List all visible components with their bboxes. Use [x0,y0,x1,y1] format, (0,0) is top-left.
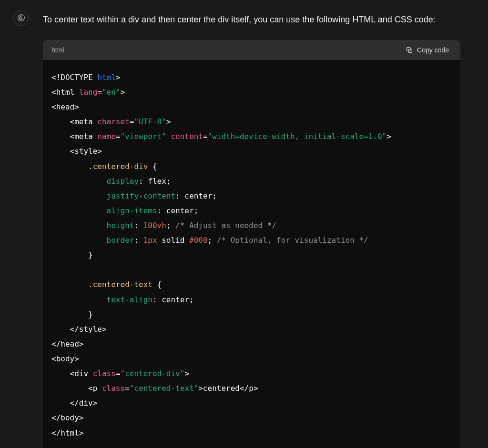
code-block: html Copy code <!DOCTYPE html> <html lan… [43,40,460,448]
intro-text: To center text within a div and then cen… [43,12,460,28]
copy-code-button[interactable]: Copy code [403,46,452,54]
openai-logo-icon [16,13,26,23]
copy-icon [406,46,413,54]
avatar-column [13,10,36,448]
code-language-label: html [51,45,64,55]
message-content: To center text within a div and then cen… [36,10,475,448]
chat-message: To center text within a div and then cen… [0,0,488,448]
copy-code-label: Copy code [417,46,449,54]
code-content[interactable]: <!DOCTYPE html> <html lang="en"> <head> … [43,60,460,448]
assistant-avatar [13,10,29,26]
code-block-header: html Copy code [43,40,460,60]
